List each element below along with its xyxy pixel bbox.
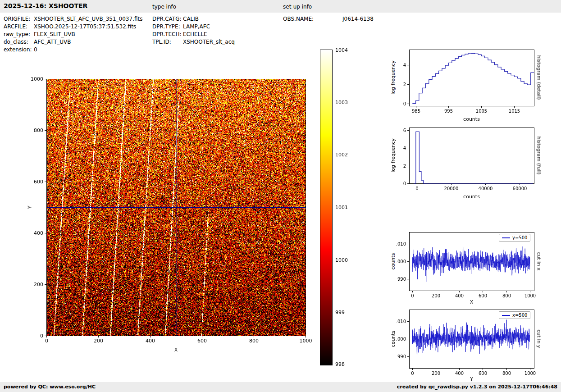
- hist-full-y-title: log frequency: [390, 138, 396, 172]
- meta-value-tplid: XSHOOTER_slt_acq: [183, 39, 235, 45]
- cut-y-x-title: Y: [409, 376, 534, 382]
- cut-x-legend-line: [502, 237, 510, 238]
- meta-value-arcfile: XSHOO.2025-12-17T05:37:51.532.fits: [34, 23, 136, 30]
- meta-value-dprcatg: CALIB: [183, 16, 199, 22]
- header-bar: 2025-12-16: XSHOOTER type info set-up in…: [0, 0, 561, 13]
- colorbar-canvas: [320, 47, 349, 368]
- meta-value-dprtech: ECHELLE: [183, 31, 207, 37]
- hist-detail-y-title: log frequency: [390, 60, 396, 94]
- meta-label-arcfile: ARCFILE:: [4, 23, 27, 30]
- cut-y-side-label: cut in y: [536, 330, 542, 348]
- cut-y-y-title: counts: [390, 331, 396, 347]
- meta-value-extension: 0: [34, 46, 37, 53]
- meta-label-dprtech: DPR.TECH:: [152, 31, 182, 37]
- cut-x-legend-label: y=500: [512, 235, 527, 240]
- meta-label-dprcatg: DPR.CATG:: [152, 16, 182, 22]
- meta-label-origfile: ORIGFILE:: [4, 16, 30, 22]
- cut-y-legend: x=500: [499, 311, 530, 319]
- meta-value-doclass: AFC_ATT_UVB: [34, 39, 71, 45]
- meta-label-extension: extension:: [4, 46, 32, 53]
- cut-x-side-label: cut in x: [536, 252, 542, 271]
- main-x-axis-title: X: [46, 347, 306, 353]
- histogram-full-canvas: [397, 121, 540, 195]
- meta-label-dprtype: DPR.TYPE:: [152, 23, 180, 30]
- meta-value-origfile: XSHOOTER_SLT_AFC_UVB_351_0037.fits: [34, 16, 142, 22]
- type-info-heading: type info: [152, 4, 176, 10]
- footer-right-text: created by qc_rawdisp.py v1.2.3 on 2025-…: [397, 384, 557, 390]
- meta-label-rawtype: raw_type:: [4, 31, 30, 37]
- meta-value-dprtype: LAMP,AFC: [183, 23, 210, 30]
- cut-y-legend-label: x=500: [512, 313, 527, 318]
- cut-y-legend-line: [502, 315, 510, 316]
- footer-bar: powered by QC: www.eso.org/HC created by…: [0, 382, 561, 392]
- histogram-detail-canvas: [397, 43, 540, 117]
- raw-image-canvas: [27, 72, 315, 351]
- hist-detail-side-label: histogram (detail): [536, 55, 542, 100]
- meta-value-obsname: J0614-6138: [342, 16, 374, 22]
- footer-left-text: powered by QC: www.eso.org/HC: [4, 384, 96, 390]
- meta-value-rawtype: FLEX_SLIT_UVB: [34, 31, 75, 37]
- main-y-axis-title: Y: [27, 206, 33, 209]
- hist-full-x-title: counts: [409, 194, 534, 200]
- page-title: 2025-12-16: XSHOOTER: [4, 2, 87, 9]
- meta-label-doclass: do_class:: [4, 39, 28, 45]
- hist-full-side-label: histogram (full): [536, 137, 542, 175]
- meta-label-tplid: TPL.ID:: [152, 39, 171, 45]
- qc-report-page: 2025-12-16: XSHOOTER type info set-up in…: [0, 0, 561, 392]
- meta-label-obsname: OBS.NAME:: [283, 16, 314, 22]
- setup-info-heading: set-up info: [283, 4, 312, 10]
- cut-x-y-title: counts: [390, 253, 396, 270]
- cut-x-legend: y=500: [499, 234, 530, 242]
